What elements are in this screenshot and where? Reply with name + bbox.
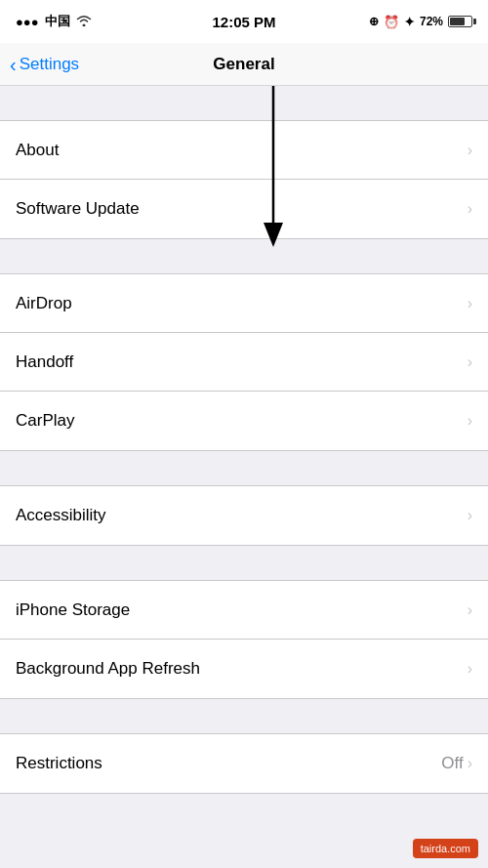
bluetooth-icon: ✦: [404, 15, 415, 29]
alarm-icon: ⏰: [384, 15, 399, 29]
list-item-handoff[interactable]: Handoff ›: [0, 333, 488, 392]
back-chevron-icon: ‹: [10, 55, 17, 74]
software-update-right: ›: [468, 200, 472, 218]
restrictions-label: Restrictions: [16, 754, 102, 773]
status-left: ●●● 中国: [16, 13, 92, 30]
battery-percent: 72%: [420, 15, 443, 28]
airdrop-label: AirDrop: [16, 294, 72, 313]
restrictions-right: Off ›: [441, 754, 472, 773]
list-item-iphone-storage[interactable]: iPhone Storage ›: [0, 581, 488, 640]
back-label: Settings: [20, 55, 79, 74]
section-storage: iPhone Storage › Background App Refresh …: [0, 580, 488, 699]
content-area: About › Software Update › AirDrop › Hand…: [0, 86, 488, 868]
back-button[interactable]: ‹ Settings: [10, 55, 79, 74]
carplay-right: ›: [468, 412, 472, 430]
watermark: tairda.com: [413, 839, 478, 858]
spacer-3: [0, 451, 488, 485]
restrictions-chevron-icon: ›: [468, 755, 472, 772]
status-bar: ●●● 中国 12:05 PM ⊕ ⏰ ✦ 72%: [0, 0, 488, 43]
spacer-top: [0, 86, 488, 120]
wifi-icon: [76, 15, 92, 29]
carplay-label: CarPlay: [16, 411, 74, 431]
spacer-4: [0, 546, 488, 580]
background-app-refresh-label: Background App Refresh: [16, 659, 200, 679]
section-airdrop: AirDrop › Handoff › CarPlay ›: [0, 273, 488, 451]
restrictions-value: Off: [441, 754, 463, 773]
status-time: 12:05 PM: [212, 14, 275, 30]
about-right: ›: [468, 142, 472, 159]
page-title: General: [213, 55, 274, 74]
status-right: ⊕ ⏰ ✦ 72%: [369, 15, 472, 29]
accessibility-label: Accessibility: [16, 506, 106, 525]
list-item-accessibility[interactable]: Accessibility ›: [0, 486, 488, 545]
background-app-refresh-right: ›: [468, 660, 472, 678]
list-item-restrictions[interactable]: Restrictions Off ›: [0, 734, 488, 793]
handoff-label: Handoff: [16, 352, 73, 372]
accessibility-right: ›: [468, 507, 472, 524]
list-item-airdrop[interactable]: AirDrop ›: [0, 274, 488, 333]
iphone-storage-chevron-icon: ›: [468, 601, 472, 619]
carplay-chevron-icon: ›: [468, 412, 472, 430]
section-about: About › Software Update ›: [0, 120, 488, 239]
location-icon: ⊕: [369, 15, 379, 28]
about-chevron-icon: ›: [468, 142, 472, 159]
iphone-storage-label: iPhone Storage: [16, 600, 130, 620]
battery-icon: [448, 16, 472, 27]
section-accessibility: Accessibility ›: [0, 485, 488, 546]
background-app-refresh-chevron-icon: ›: [468, 660, 472, 678]
carrier-label: 中国: [45, 13, 70, 30]
signal-bars: ●●●: [16, 15, 39, 29]
iphone-storage-right: ›: [468, 601, 472, 619]
spacer-5: [0, 699, 488, 733]
list-item-about[interactable]: About ›: [0, 121, 488, 180]
spacer-2: [0, 239, 488, 273]
handoff-right: ›: [468, 353, 472, 371]
list-item-software-update[interactable]: Software Update ›: [0, 180, 488, 238]
about-label: About: [16, 141, 59, 160]
section-restrictions: Restrictions Off ›: [0, 733, 488, 794]
airdrop-right: ›: [468, 295, 472, 312]
software-update-label: Software Update: [16, 199, 140, 219]
software-update-chevron-icon: ›: [468, 200, 472, 218]
list-item-carplay[interactable]: CarPlay ›: [0, 392, 488, 450]
accessibility-chevron-icon: ›: [468, 507, 472, 524]
handoff-chevron-icon: ›: [468, 353, 472, 371]
airdrop-chevron-icon: ›: [468, 295, 472, 312]
navigation-bar: ‹ Settings General: [0, 43, 488, 86]
list-item-background-app-refresh[interactable]: Background App Refresh ›: [0, 640, 488, 698]
